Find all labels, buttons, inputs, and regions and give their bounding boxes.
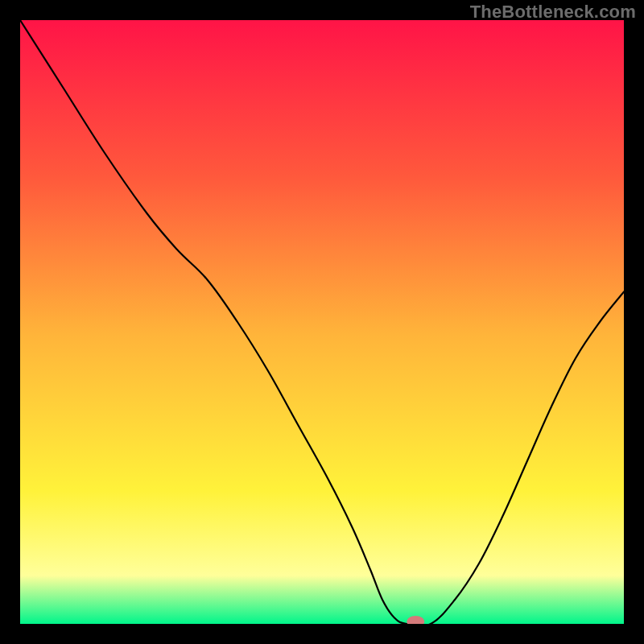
watermark-text: TheBottleneck.com: [470, 2, 636, 23]
outer-frame: TheBottleneck.com: [0, 0, 644, 644]
gradient-background: [20, 20, 624, 624]
bottleneck-chart: [20, 20, 624, 624]
